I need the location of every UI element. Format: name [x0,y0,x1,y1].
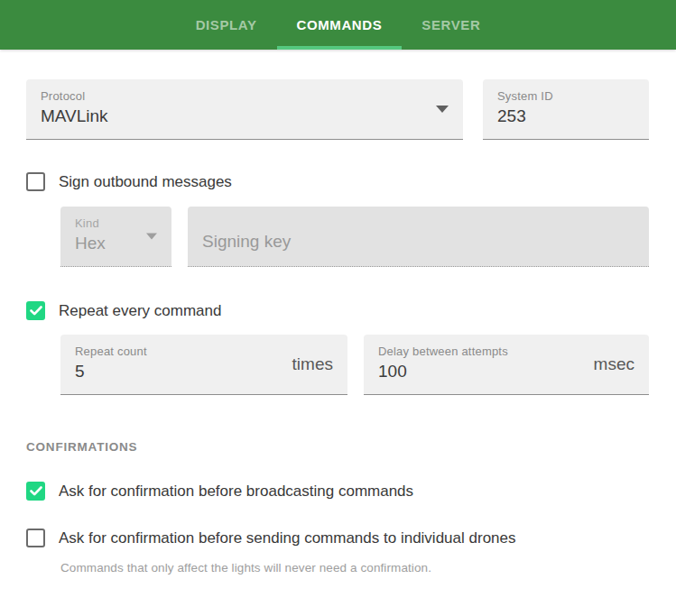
signing-key-input [202,232,634,252]
confirm-individual-checkbox-row[interactable]: Ask for confirmation before sending comm… [26,529,649,547]
tab-commands[interactable]: COMMANDS [277,0,403,50]
tab-commands-label: COMMANDS [297,17,383,32]
protocol-select[interactable]: Protocol MAVLink [26,79,463,140]
repeat-command-label: Repeat every command [59,302,221,320]
delay-input[interactable] [378,362,583,382]
active-tab-indicator [277,46,403,50]
confirmations-section-title: CONFIRMATIONS [26,440,649,454]
sign-outbound-label: Sign outbound messages [59,173,232,191]
system-id-input[interactable] [497,106,607,126]
repeat-count-input[interactable] [75,362,282,382]
tab-display-label: DISPLAY [196,17,257,32]
repeat-command-checkbox[interactable] [26,301,45,320]
confirm-individual-label: Ask for confirmation before sending comm… [59,529,516,547]
confirmations-helper-text: Commands that only affect the lights wil… [60,561,649,575]
system-id-label: System ID [497,89,634,103]
confirm-broadcast-checkbox-row[interactable]: Ask for confirmation before broadcasting… [26,482,649,501]
protocol-label: Protocol [41,89,449,103]
checkmark-icon [30,306,42,316]
repeat-command-checkbox-row[interactable]: Repeat every command [26,301,649,320]
signing-kind-value: Hex [75,234,141,253]
tab-server[interactable]: SERVER [402,0,500,50]
sign-outbound-checkbox[interactable] [26,172,45,191]
settings-tab-bar: DISPLAY COMMANDS SERVER [0,0,676,50]
dropdown-arrow-icon [146,234,157,240]
delay-unit: msec [594,354,634,374]
tab-display[interactable]: DISPLAY [176,0,277,50]
system-id-field[interactable]: System ID [483,79,649,140]
confirm-broadcast-label: Ask for confirmation before broadcasting… [59,483,413,501]
signing-kind-select: Kind Hex [60,207,171,267]
confirm-individual-checkbox[interactable] [26,529,45,547]
tab-server-label: SERVER [421,17,480,32]
sign-outbound-checkbox-row[interactable]: Sign outbound messages [26,172,649,191]
confirm-broadcast-checkbox[interactable] [26,482,45,501]
protocol-value: MAVLink [41,106,367,126]
signing-kind-label: Kind [75,216,157,230]
repeat-count-field[interactable]: Repeat count times [60,335,347,395]
dropdown-arrow-icon [436,106,449,113]
repeat-count-unit: times [292,354,333,374]
commands-settings-panel: Protocol MAVLink System ID Sign outbound… [0,50,676,575]
checkmark-icon [30,486,42,496]
delay-field[interactable]: Delay between attempts msec [364,335,649,395]
signing-key-field [188,207,649,267]
